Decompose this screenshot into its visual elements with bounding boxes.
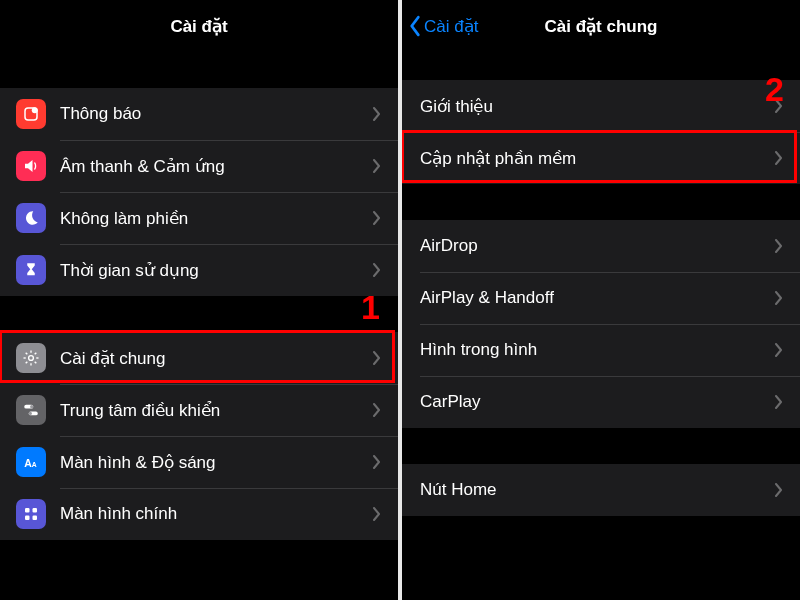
chevron-right-icon	[774, 342, 784, 358]
svg-line-9	[26, 362, 28, 364]
chevron-right-icon	[372, 454, 382, 470]
svg-rect-18	[33, 508, 38, 513]
chevron-right-icon	[372, 506, 382, 522]
back-label: Cài đặt	[424, 16, 478, 37]
row-control-center[interactable]: Trung tâm điều khiển	[0, 384, 398, 436]
svg-rect-20	[33, 516, 38, 521]
row-label-home-screen: Màn hình chính	[60, 504, 372, 524]
row-label-sounds: Âm thanh & Cảm ứng	[60, 156, 372, 177]
chevron-right-icon	[774, 98, 784, 114]
chevron-right-icon	[372, 158, 382, 174]
general-header: Cài đặt Cài đặt chung	[402, 0, 800, 52]
row-label-do-not-disturb: Không làm phiền	[60, 208, 372, 229]
row-display[interactable]: AAMàn hình & Độ sáng	[0, 436, 398, 488]
row-label-home-button: Nút Home	[420, 480, 774, 500]
row-label-screen-time: Thời gian sử dụng	[60, 260, 372, 281]
row-software-update[interactable]: Cập nhật phần mềm	[402, 132, 800, 184]
chevron-right-icon	[372, 262, 382, 278]
chevron-right-icon	[372, 210, 382, 226]
row-home-screen[interactable]: Màn hình chính	[0, 488, 398, 540]
sounds-icon	[16, 151, 46, 181]
settings-title: Cài đặt	[170, 16, 227, 37]
settings-main-panel: Cài đặt Thông báoÂm thanh & Cảm ứngKhông…	[0, 0, 398, 600]
chevron-right-icon	[372, 350, 382, 366]
chevron-right-icon	[774, 394, 784, 410]
row-label-notifications: Thông báo	[60, 104, 372, 124]
svg-point-1	[32, 107, 38, 113]
row-label-airdrop: AirDrop	[420, 236, 774, 256]
chevron-left-icon	[408, 15, 422, 37]
row-pip[interactable]: Hình trong hình	[402, 324, 800, 376]
svg-line-8	[35, 362, 37, 364]
svg-text:A: A	[32, 461, 37, 468]
row-do-not-disturb[interactable]: Không làm phiền	[0, 192, 398, 244]
svg-point-12	[30, 405, 33, 408]
row-label-software-update: Cập nhật phần mềm	[420, 148, 774, 169]
settings-header: Cài đặt	[0, 0, 398, 52]
row-airdrop[interactable]: AirDrop	[402, 220, 800, 272]
row-carplay[interactable]: CarPlay	[402, 376, 800, 428]
row-sounds[interactable]: Âm thanh & Cảm ứng	[0, 140, 398, 192]
chevron-right-icon	[774, 290, 784, 306]
moon-icon	[16, 203, 46, 233]
row-label-general: Cài đặt chung	[60, 348, 372, 369]
row-general[interactable]: Cài đặt chung	[0, 332, 398, 384]
chevron-right-icon	[774, 150, 784, 166]
row-label-carplay: CarPlay	[420, 392, 774, 412]
svg-point-14	[29, 412, 32, 415]
chevron-right-icon	[774, 482, 784, 498]
svg-line-7	[26, 353, 28, 355]
row-label-pip: Hình trong hình	[420, 340, 774, 360]
gear-icon	[16, 343, 46, 373]
row-screen-time[interactable]: Thời gian sử dụng	[0, 244, 398, 296]
svg-point-2	[29, 356, 34, 361]
text-size-icon: AA	[16, 447, 46, 477]
row-airplay[interactable]: AirPlay & Handoff	[402, 272, 800, 324]
row-label-about: Giới thiệu	[420, 96, 774, 117]
toggles-icon	[16, 395, 46, 425]
svg-rect-19	[25, 516, 30, 521]
row-label-control-center: Trung tâm điều khiển	[60, 400, 372, 421]
svg-rect-17	[25, 508, 30, 513]
row-about[interactable]: Giới thiệu	[402, 80, 800, 132]
apps-grid-icon	[16, 499, 46, 529]
back-button[interactable]: Cài đặt	[408, 0, 478, 52]
row-notifications[interactable]: Thông báo	[0, 88, 398, 140]
svg-line-10	[35, 353, 37, 355]
settings-general-panel: Cài đặt Cài đặt chung Giới thiệuCập nhật…	[402, 0, 800, 600]
row-label-airplay: AirPlay & Handoff	[420, 288, 774, 308]
row-home-button[interactable]: Nút Home	[402, 464, 800, 516]
hourglass-icon	[16, 255, 46, 285]
chevron-right-icon	[774, 238, 784, 254]
chevron-right-icon	[372, 402, 382, 418]
general-title: Cài đặt chung	[545, 16, 658, 37]
chevron-right-icon	[372, 106, 382, 122]
row-label-display: Màn hình & Độ sáng	[60, 452, 372, 473]
notifications-icon	[16, 99, 46, 129]
